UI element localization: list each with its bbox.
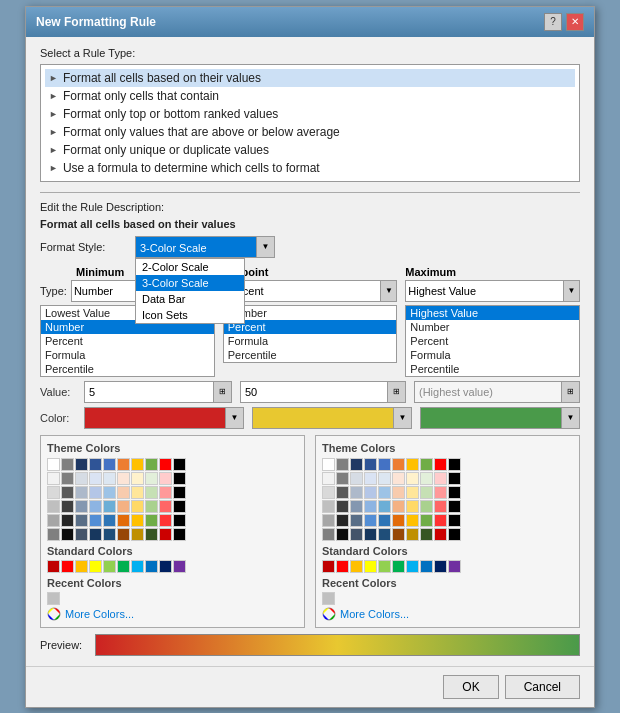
theme-color-cell[interactable] bbox=[420, 514, 433, 527]
theme-color-cell[interactable] bbox=[364, 528, 377, 541]
mid-list-item-0[interactable]: Number bbox=[224, 306, 397, 320]
theme-color-cell[interactable] bbox=[75, 486, 88, 499]
theme-color-cell[interactable] bbox=[61, 500, 74, 513]
theme-color-cell[interactable] bbox=[448, 486, 461, 499]
theme-color-cell[interactable] bbox=[117, 500, 130, 513]
format-style-dropdown-btn[interactable]: ▼ bbox=[256, 237, 274, 257]
theme-color-cell[interactable] bbox=[322, 458, 335, 471]
theme-color-cell[interactable] bbox=[145, 514, 158, 527]
theme-color-cell[interactable] bbox=[89, 458, 102, 471]
theme-color-cell[interactable] bbox=[159, 514, 172, 527]
std-color-cell[interactable] bbox=[406, 560, 419, 573]
mid-list-item-3[interactable]: Percentile bbox=[224, 348, 397, 362]
cs-item-1[interactable]: 3-Color Scale bbox=[136, 275, 244, 291]
theme-color-cell[interactable] bbox=[131, 486, 144, 499]
std-color-cell[interactable] bbox=[364, 560, 377, 573]
theme-color-cell[interactable] bbox=[47, 472, 60, 485]
theme-color-cell[interactable] bbox=[103, 500, 116, 513]
theme-color-cell[interactable] bbox=[420, 458, 433, 471]
minimum-color-dropdown-btn[interactable]: ▼ bbox=[226, 407, 244, 429]
theme-color-cell[interactable] bbox=[131, 528, 144, 541]
theme-color-cell[interactable] bbox=[173, 514, 186, 527]
theme-color-cell[interactable] bbox=[392, 486, 405, 499]
theme-color-cell[interactable] bbox=[61, 472, 74, 485]
theme-color-cell[interactable] bbox=[364, 458, 377, 471]
theme-color-cell[interactable] bbox=[322, 528, 335, 541]
theme-color-cell[interactable] bbox=[173, 528, 186, 541]
theme-color-cell[interactable] bbox=[448, 500, 461, 513]
min-list-item-4[interactable]: Percentile bbox=[41, 362, 214, 376]
theme-color-cell[interactable] bbox=[75, 528, 88, 541]
theme-color-cell[interactable] bbox=[322, 514, 335, 527]
theme-color-cell[interactable] bbox=[420, 486, 433, 499]
std-color-cell[interactable] bbox=[173, 560, 186, 573]
std-color-cell[interactable] bbox=[117, 560, 130, 573]
theme-color-cell[interactable] bbox=[406, 514, 419, 527]
theme-color-cell[interactable] bbox=[117, 528, 130, 541]
more-colors-min[interactable]: More Colors... bbox=[47, 607, 298, 621]
theme-color-cell[interactable] bbox=[103, 458, 116, 471]
close-button[interactable]: ✕ bbox=[566, 13, 584, 31]
theme-color-cell[interactable] bbox=[89, 528, 102, 541]
theme-color-cell[interactable] bbox=[103, 528, 116, 541]
std-color-cell[interactable] bbox=[131, 560, 144, 573]
theme-color-cell[interactable] bbox=[89, 472, 102, 485]
theme-color-cell[interactable] bbox=[350, 500, 363, 513]
format-style-select[interactable]: 3-Color Scale ▼ bbox=[135, 236, 275, 258]
minimum-value-btn[interactable]: ⊞ bbox=[213, 382, 231, 402]
theme-color-cell[interactable] bbox=[173, 500, 186, 513]
std-color-cell[interactable] bbox=[420, 560, 433, 573]
std-color-cell[interactable] bbox=[392, 560, 405, 573]
maximum-value-input[interactable] bbox=[415, 384, 561, 400]
theme-color-cell[interactable] bbox=[434, 514, 447, 527]
rule-item-3[interactable]: ► Format only values that are above or b… bbox=[45, 123, 575, 141]
theme-color-cell[interactable] bbox=[322, 486, 335, 499]
theme-color-cell[interactable] bbox=[89, 500, 102, 513]
max-list-item-3[interactable]: Formula bbox=[406, 348, 579, 362]
std-color-cell[interactable] bbox=[322, 560, 335, 573]
theme-color-cell[interactable] bbox=[434, 472, 447, 485]
more-colors-mid[interactable]: More Colors... bbox=[322, 607, 573, 621]
mid-list-item-1[interactable]: Percent bbox=[224, 320, 397, 334]
std-color-cell[interactable] bbox=[103, 560, 116, 573]
theme-color-cell[interactable] bbox=[378, 472, 391, 485]
theme-color-cell[interactable] bbox=[364, 472, 377, 485]
theme-color-cell[interactable] bbox=[448, 458, 461, 471]
theme-color-cell[interactable] bbox=[145, 486, 158, 499]
cs-item-2[interactable]: Data Bar bbox=[136, 291, 244, 307]
theme-color-cell[interactable] bbox=[103, 486, 116, 499]
theme-color-cell[interactable] bbox=[61, 514, 74, 527]
theme-color-cell[interactable] bbox=[131, 500, 144, 513]
theme-color-cell[interactable] bbox=[392, 528, 405, 541]
theme-color-cell[interactable] bbox=[47, 528, 60, 541]
theme-color-cell[interactable] bbox=[448, 528, 461, 541]
theme-color-cell[interactable] bbox=[350, 528, 363, 541]
theme-color-cell[interactable] bbox=[159, 472, 172, 485]
theme-color-cell[interactable] bbox=[350, 486, 363, 499]
theme-color-cell[interactable] bbox=[406, 472, 419, 485]
theme-color-cell[interactable] bbox=[420, 500, 433, 513]
recent-color-0-min[interactable] bbox=[47, 592, 60, 605]
theme-color-cell[interactable] bbox=[75, 514, 88, 527]
theme-color-cell[interactable] bbox=[75, 458, 88, 471]
theme-color-cell[interactable] bbox=[103, 514, 116, 527]
theme-color-cell[interactable] bbox=[322, 472, 335, 485]
midpoint-color-dropdown-btn[interactable]: ▼ bbox=[394, 407, 412, 429]
theme-color-cell[interactable] bbox=[159, 458, 172, 471]
theme-color-cell[interactable] bbox=[350, 514, 363, 527]
rule-item-2[interactable]: ► Format only top or bottom ranked value… bbox=[45, 105, 575, 123]
theme-color-cell[interactable] bbox=[336, 486, 349, 499]
theme-color-cell[interactable] bbox=[392, 472, 405, 485]
theme-color-cell[interactable] bbox=[131, 458, 144, 471]
theme-color-cell[interactable] bbox=[89, 514, 102, 527]
theme-color-cell[interactable] bbox=[434, 528, 447, 541]
theme-color-cell[interactable] bbox=[364, 486, 377, 499]
theme-color-cell[interactable] bbox=[406, 486, 419, 499]
min-list-item-2[interactable]: Percent bbox=[41, 334, 214, 348]
theme-color-cell[interactable] bbox=[117, 458, 130, 471]
midpoint-value-input[interactable] bbox=[241, 384, 387, 400]
cancel-button[interactable]: Cancel bbox=[505, 675, 580, 699]
rule-item-1[interactable]: ► Format only cells that contain bbox=[45, 87, 575, 105]
max-list-item-2[interactable]: Percent bbox=[406, 334, 579, 348]
recent-color-0-mid[interactable] bbox=[322, 592, 335, 605]
